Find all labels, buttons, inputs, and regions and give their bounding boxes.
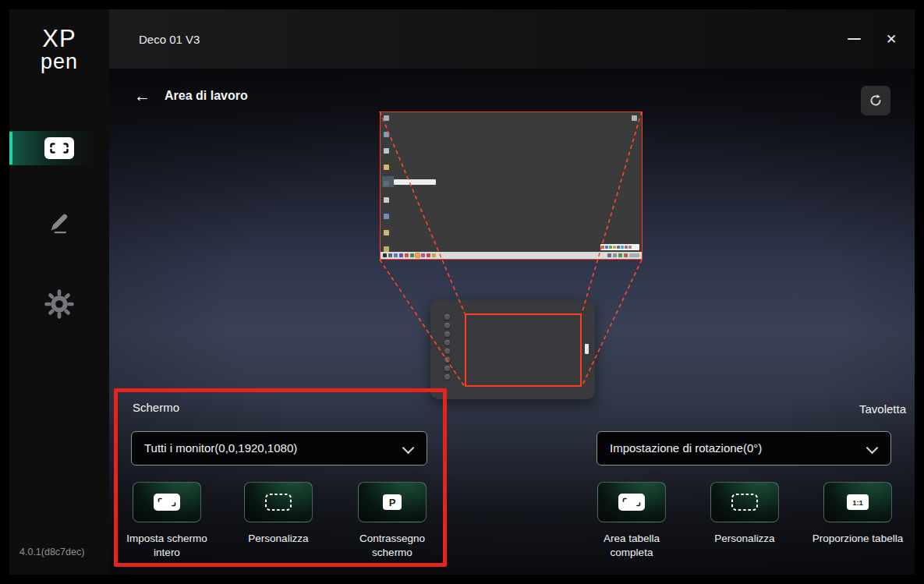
back-arrow-icon[interactable]: ← <box>134 87 150 104</box>
monitor-preview[interactable] <box>380 111 643 260</box>
minimize-button[interactable] <box>840 25 868 53</box>
screen-mark-button[interactable]: P <box>358 482 427 522</box>
customize-icon <box>264 493 292 511</box>
monitor-select-value: Tutti i monitor(0,0,1920,1080) <box>144 441 297 455</box>
screen-section-label: Schermo <box>133 401 179 414</box>
rotation-select-value: Impostazione di rotazione(0°) <box>610 441 762 455</box>
selected-desktop-icon <box>382 176 394 187</box>
recycle-bin-icon <box>632 115 637 121</box>
close-button[interactable]: ✕ <box>877 25 905 53</box>
desktop-icons <box>384 115 389 263</box>
tablet-port <box>585 344 589 354</box>
sidebar-item-settings[interactable] <box>9 287 109 321</box>
chevron-down-icon <box>402 442 415 455</box>
gear-icon <box>44 288 75 320</box>
pen-icon <box>44 209 74 239</box>
refresh-button[interactable] <box>861 86 890 115</box>
tablet-ratio-label: Proporzione tabella <box>784 532 915 546</box>
tablet-active-area[interactable] <box>465 313 582 387</box>
screen-mark-icon-letter: P <box>389 497 396 508</box>
tablet-section-label: Tavoletta <box>844 402 906 416</box>
fullscreen-icon <box>153 493 181 511</box>
ratio-icon: 1:1 <box>844 493 872 511</box>
desktop-tooltip <box>394 179 436 185</box>
app-window: XP pen <box>9 9 915 575</box>
taskbar <box>381 252 642 259</box>
full-tablet-area-label: Area tabella completa <box>569 532 694 560</box>
close-icon: ✕ <box>886 33 897 46</box>
tablet-ratio-button[interactable]: 1:1 <box>823 482 892 522</box>
xppen-logo: XP pen <box>9 27 109 73</box>
workarea-icon <box>44 136 75 160</box>
xppen-driver-window: { "window": { "title": "Deco 01 V3", "cl… <box>0 0 924 584</box>
logo-text-xp: XP <box>42 25 76 52</box>
page-title: Area di lavoro <box>165 89 248 103</box>
sidebar: XP pen <box>9 9 109 575</box>
full-tablet-area-button[interactable] <box>597 482 666 522</box>
screen-mark-label: Contrassegno schermo <box>330 532 455 560</box>
monitor-select-dropdown[interactable]: Tutti i monitor(0,0,1920,1080) <box>131 431 427 465</box>
page-header: ← Area di lavoro <box>134 87 248 104</box>
set-full-screen-label: Imposta schermo intero <box>104 532 229 560</box>
set-full-screen-button[interactable] <box>133 482 201 522</box>
sidebar-item-pen-settings[interactable] <box>9 207 109 241</box>
customize-icon <box>731 493 759 511</box>
minimize-icon <box>848 38 861 40</box>
chevron-down-icon <box>866 442 879 455</box>
screen-customize-button[interactable] <box>244 482 313 522</box>
refresh-icon <box>868 93 883 108</box>
rotation-select-dropdown[interactable]: Impostazione di rotazione(0°) <box>597 431 891 465</box>
driver-version: 4.0.1(d8c7dec) <box>19 547 84 557</box>
tablet-express-keys <box>444 314 450 380</box>
active-indicator-bar <box>9 132 12 165</box>
screen-mark-icon: P <box>378 493 406 511</box>
logo-text-pen: pen <box>9 51 109 73</box>
sidebar-item-workarea[interactable] <box>9 131 109 165</box>
tray-toolbar <box>600 244 639 250</box>
screen-customize-label: Personalizza <box>216 532 341 546</box>
tablet-customize-button[interactable] <box>710 482 779 522</box>
device-title: Deco 01 V3 <box>109 33 840 46</box>
ratio-icon-text: 1:1 <box>852 498 863 507</box>
full-area-icon <box>618 493 646 511</box>
title-bar: Deco 01 V3 ✕ <box>109 9 915 69</box>
